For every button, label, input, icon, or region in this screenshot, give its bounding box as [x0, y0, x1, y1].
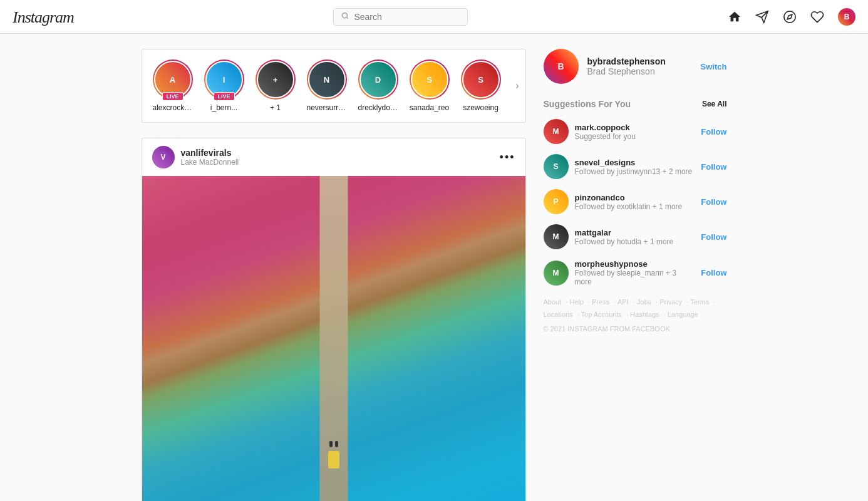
suggestion-avatar[interactable]: M [544, 261, 569, 286]
story-item[interactable]: A LIVE alexcrockford [152, 59, 194, 112]
sidebar-username: bybradstephenson [587, 56, 692, 66]
post-avatar: V [152, 146, 175, 168]
send-icon[interactable] [755, 10, 769, 24]
story-item[interactable]: I LIVE i_bern... [204, 59, 245, 112]
suggestion-info: mattgalar Followed by hotudla + 1 more [575, 228, 695, 246]
suggestion-avatar[interactable]: M [544, 119, 569, 144]
story-item[interactable]: S szewoeing [460, 59, 502, 112]
suggestion-item: M morpheushypnose Followed by sleepie_ma… [544, 259, 727, 286]
footer-link[interactable]: Top Accounts [581, 311, 622, 318]
suggestion-avatar[interactable]: S [544, 154, 569, 179]
suggestion-sub: Followed by exotiklatin + 1 more [575, 202, 695, 211]
aerial-scene [142, 176, 525, 501]
footer-separator: · [624, 311, 630, 318]
suggestion-item: P pinzonandco Followed by exotiklatin + … [544, 189, 727, 214]
follow-button[interactable]: Follow [701, 197, 726, 207]
footer-link[interactable]: Language [668, 311, 698, 318]
footer-separator: · [586, 298, 592, 306]
footer-link[interactable]: API [617, 298, 629, 306]
story-username: + 1 [270, 103, 281, 112]
suggestion-item: M mark.coppock Suggested for you Follow [544, 119, 727, 144]
sidebar-profile: B bybradstephenson Brad Stephenson Switc… [544, 49, 727, 84]
footer-copyright: © 2021 INSTAGRAM FROM FACEBOOK [544, 325, 727, 333]
story-item[interactable]: + + 1 [255, 59, 296, 112]
footer-separator: · [576, 311, 581, 318]
suggestion-avatar[interactable]: P [544, 189, 569, 214]
suggestion-username: mark.coppock [575, 123, 695, 132]
main-container: A LIVE alexcrockford I LIVE i_bern... + … [0, 0, 868, 501]
story-item[interactable]: D drecklydoesit [358, 59, 399, 112]
switch-button[interactable]: Switch [701, 62, 727, 71]
suggestions-title: Suggestions For You [544, 99, 631, 109]
sidebar-user-info: bybradstephenson Brad Stephenson [587, 56, 692, 76]
stories-scroll: A LIVE alexcrockford I LIVE i_bern... + … [142, 59, 510, 112]
suggestion-sub: Followed by justinwynn13 + 2 more [575, 167, 695, 176]
explore-icon[interactable] [783, 10, 797, 24]
follow-button[interactable]: Follow [701, 232, 726, 242]
story-username: neversurren... [307, 103, 347, 112]
footer-link[interactable]: Jobs [637, 298, 651, 306]
footer-links: About · Help · Press · API · Jobs · Priv… [544, 296, 727, 333]
footer-link[interactable]: Press [592, 298, 609, 306]
footer-separator: · [612, 298, 617, 306]
story-username: drecklydoesit [358, 103, 398, 112]
search-input[interactable] [354, 12, 460, 22]
search-bar[interactable] [333, 8, 468, 26]
people [329, 441, 338, 447]
suggestions-list: M mark.coppock Suggested for you Follow … [544, 119, 727, 286]
footer-separator: · [711, 298, 715, 306]
stories-next-button[interactable]: › [509, 80, 525, 91]
post-container: V vanlifevirals Lake MacDonnell ••• [142, 138, 526, 501]
suggestion-info: morpheushypnose Followed by sleepie_mann… [575, 259, 695, 286]
suggestion-item: S snevel_designs Followed by justinwynn1… [544, 154, 727, 179]
heart-icon[interactable] [810, 10, 824, 24]
home-icon[interactable] [728, 10, 741, 24]
suggestion-item: M mattgalar Followed by hotudla + 1 more… [544, 224, 727, 249]
feed-column: A LIVE alexcrockford I LIVE i_bern... + … [142, 34, 526, 501]
post-username: vanlifevirals [181, 148, 239, 158]
suggestion-info: snevel_designs Followed by justinwynn13 … [575, 158, 695, 176]
footer-separator: · [685, 298, 690, 306]
suggestion-info: mark.coppock Suggested for you [575, 123, 695, 141]
footer-link[interactable]: Privacy [659, 298, 682, 306]
footer-separator: · [662, 311, 668, 318]
story-username: alexcrockford [153, 103, 193, 112]
post-user: V vanlifevirals Lake MacDonnell [152, 146, 239, 168]
logo: Instagram [13, 7, 74, 27]
header: Instagram B [0, 0, 868, 34]
footer-link[interactable]: Help [569, 298, 584, 306]
post-more-button[interactable]: ••• [500, 151, 515, 164]
stories-container: A LIVE alexcrockford I LIVE i_bern... + … [142, 49, 526, 123]
footer-separator: · [631, 298, 637, 306]
footer-link[interactable]: Hashtags [630, 311, 659, 318]
follow-button[interactable]: Follow [701, 268, 726, 277]
footer-links-row: About · Help · Press · API · Jobs · Priv… [544, 296, 727, 321]
story-item[interactable]: S sanada_reo [409, 59, 450, 112]
story-username: sanada_reo [410, 103, 449, 112]
suggestion-sub: Followed by hotudla + 1 more [575, 237, 695, 246]
footer-link[interactable]: Locations [544, 311, 573, 318]
suggestion-sub: Suggested for you [575, 132, 695, 141]
story-username: i_bern... [210, 103, 237, 112]
sidebar-avatar[interactable]: B [544, 49, 579, 84]
profile-avatar[interactable]: B [838, 8, 855, 26]
post-image [142, 176, 525, 501]
sidebar-fullname: Brad Stephenson [587, 66, 692, 76]
story-username: szewoeing [463, 103, 499, 112]
svg-point-2 [784, 11, 795, 22]
footer-link[interactable]: About [544, 298, 562, 306]
svg-line-1 [347, 17, 348, 18]
see-all-button[interactable]: See All [702, 100, 727, 108]
footer-separator: · [654, 298, 659, 306]
post-header: V vanlifevirals Lake MacDonnell ••• [142, 138, 525, 176]
footer-link[interactable]: Terms [690, 298, 709, 306]
suggestion-username: pinzonandco [575, 193, 695, 202]
follow-button[interactable]: Follow [701, 127, 726, 137]
svg-point-0 [343, 13, 348, 18]
story-item[interactable]: N neversurren... [306, 59, 348, 112]
header-icons: B [728, 8, 855, 26]
follow-button[interactable]: Follow [701, 162, 726, 172]
suggestion-username: morpheushypnose [575, 259, 695, 269]
suggestion-sub: Followed by sleepie_mann + 3 more [575, 269, 695, 286]
suggestion-avatar[interactable]: M [544, 224, 569, 249]
